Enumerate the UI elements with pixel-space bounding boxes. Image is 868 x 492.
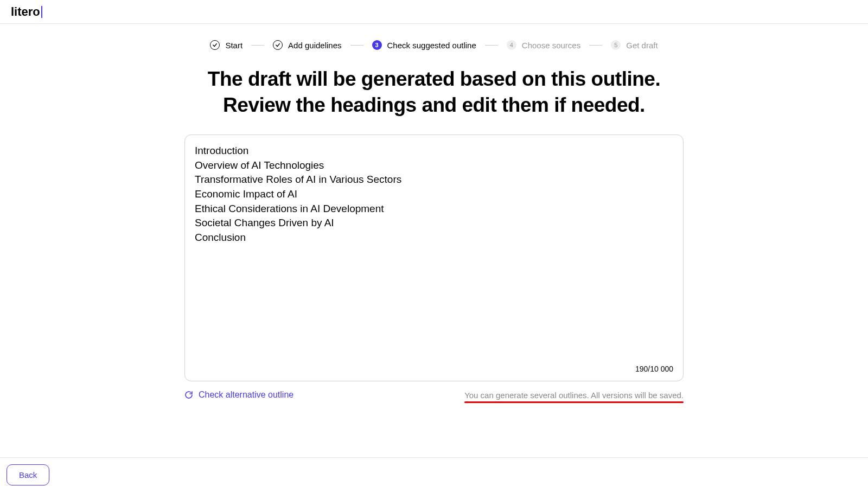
- header: litero: [0, 0, 868, 24]
- main-container: Start Add guidelines 3 Check suggested o…: [163, 24, 705, 408]
- step-number-inactive: 4: [507, 40, 516, 50]
- logo-text: litero: [11, 5, 40, 19]
- step-number-inactive: 5: [611, 40, 621, 50]
- step-label: Add guidelines: [288, 41, 341, 50]
- step-number-active: 3: [372, 40, 382, 50]
- step-divider: [251, 45, 264, 46]
- step-divider: [589, 45, 602, 46]
- step-label: Check suggested outline: [387, 41, 476, 50]
- logo-cursor: [41, 6, 42, 18]
- outline-textarea[interactable]: Introduction Overview of AI Technologies…: [184, 135, 684, 381]
- annotation-underline: [464, 401, 684, 403]
- check-alternative-label: Check alternative outline: [199, 390, 293, 400]
- step-divider: [350, 45, 363, 46]
- check-alternative-outline-link[interactable]: Check alternative outline: [184, 390, 293, 400]
- step-label: Choose sources: [522, 41, 580, 50]
- step-label: Get draft: [626, 41, 658, 50]
- page-title: The draft will be generated based on thi…: [184, 66, 684, 118]
- step-divider: [485, 45, 498, 46]
- step-add-guidelines[interactable]: Add guidelines: [273, 40, 341, 50]
- step-label: Start: [225, 41, 242, 50]
- logo[interactable]: litero: [11, 5, 42, 19]
- refresh-icon: [184, 391, 193, 399]
- hint-text-content: You can generate several outlines. All v…: [464, 391, 684, 400]
- stepper: Start Add guidelines 3 Check suggested o…: [184, 24, 684, 61]
- char-count: 190/10 000: [635, 364, 673, 375]
- below-outline-bar: Check alternative outline You can genera…: [184, 381, 684, 408]
- check-icon: [210, 40, 220, 50]
- step-start[interactable]: Start: [210, 40, 242, 50]
- step-get-draft[interactable]: 5 Get draft: [611, 40, 658, 50]
- step-choose-sources[interactable]: 4 Choose sources: [507, 40, 580, 50]
- check-icon: [273, 40, 283, 50]
- outline-content[interactable]: Introduction Overview of AI Technologies…: [195, 144, 673, 245]
- hint-text: You can generate several outlines. All v…: [464, 391, 684, 400]
- step-check-outline[interactable]: 3 Check suggested outline: [372, 40, 476, 50]
